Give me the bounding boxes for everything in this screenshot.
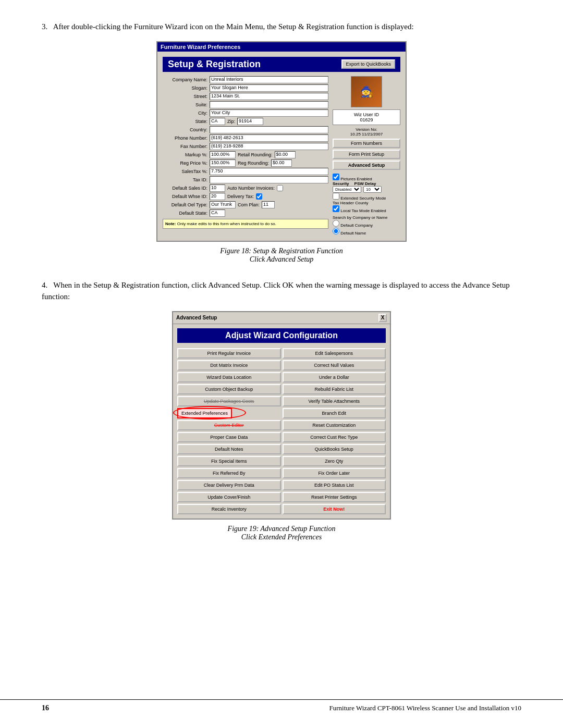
reg-rounding-label: Reg Rounding: [236, 161, 271, 166]
setup-form-left: Company Name: Unreal Interiors Slogan: Y… [163, 76, 328, 236]
suite-input[interactable] [210, 101, 328, 108]
rebuild-fabric-list-button[interactable]: Rebuild Fabric List [283, 384, 386, 394]
update-packages-costs-button[interactable]: Update Packages Costs [177, 396, 281, 406]
state-label: State: [163, 119, 210, 124]
clear-delivery-prm-data-button[interactable]: Clear Delivery Prm Data [177, 480, 281, 490]
custom-object-backup-button[interactable]: Custom Object Backup [177, 384, 281, 394]
security-dropdown[interactable]: Disabled [333, 186, 361, 193]
setup-window-titlebar: Furniture Wizard Preferences [157, 42, 406, 52]
correct-null-values-button[interactable]: Correct Null Values [283, 360, 386, 371]
quickbooks-setup-button[interactable]: QuickBooks Setup [283, 444, 386, 454]
correct-cust-rec-type-button[interactable]: Correct Cust Rec Type [283, 432, 386, 442]
print-regular-invoice-button[interactable]: Print Regular Invoice [177, 348, 281, 359]
default-whse-input[interactable]: 20 [210, 193, 225, 200]
step-4-text: 4. When in the Setup & Registration func… [42, 279, 521, 303]
figure-18-container: Furniture Wizard Preferences Setup & Reg… [42, 41, 521, 242]
proper-case-data-button[interactable]: Proper Case Data [177, 432, 281, 442]
edit-salespersons-button[interactable]: Edit Salespersons [283, 348, 386, 359]
retail-rounding-input[interactable]: $0.00 [275, 151, 296, 158]
wizard-data-location-button[interactable]: Wizard Data Location [177, 372, 281, 382]
com-plan-input[interactable]: 11 [262, 201, 275, 208]
company-name-input[interactable]: Unreal Interiors [210, 76, 328, 83]
step-3-number: 3. [42, 22, 47, 31]
zip-input[interactable]: 91914 [237, 118, 263, 125]
fax-input[interactable]: (619) 218-9288 [210, 143, 328, 150]
phone-input[interactable]: (619) 482-2613 [210, 134, 328, 142]
street-row: Street: 1234 Main St. [163, 93, 328, 100]
form-print-setup-button[interactable]: Form Print Setup [333, 150, 400, 159]
slogan-input[interactable]: Your Slogan Here [210, 84, 328, 92]
slogan-row: Slogan: Your Slogan Here [163, 84, 328, 92]
fix-order-later-button[interactable]: Fix Order Later [283, 468, 386, 478]
suite-row: Suite: [163, 101, 328, 108]
verify-table-attachments-button[interactable]: Verify Table Attachments [283, 396, 386, 406]
reg-rounding-input[interactable]: $0.00 [271, 159, 292, 167]
note-text: Only make edits to this form when instru… [177, 221, 276, 226]
custom-editor-button[interactable]: Custom Editor [177, 420, 281, 430]
city-row: City: Your City [163, 109, 328, 117]
reg-price-input[interactable]: 150.00% [210, 159, 236, 167]
default-notes-button[interactable]: Default Notes [177, 444, 281, 454]
figure-19-caption-line1: Figure 19: Advanced Setup Function [42, 525, 521, 533]
city-label: City: [163, 110, 210, 116]
reset-printer-settings-button[interactable]: Reset Printer Settings [283, 492, 386, 502]
version-value: 10.25 11/21/2007 [350, 132, 383, 137]
fix-referred-by-button[interactable]: Fix Referred By [177, 468, 281, 478]
advanced-buttons-grid: Print Regular Invoice Edit Salespersons … [177, 348, 386, 514]
export-quickbooks-button[interactable]: Export to QuickBooks [341, 59, 395, 69]
reset-customization-button[interactable]: Reset Customization [283, 420, 386, 430]
step-3-text: 3. After double-clicking the Furniture W… [42, 21, 521, 33]
tax-id-input[interactable] [210, 176, 328, 183]
default-oel-row: Default Oel Type: Our Trunk Com Plan: 11 [163, 201, 328, 208]
slogan-label: Slogan: [163, 85, 210, 91]
street-label: Street: [163, 94, 210, 99]
recalc-inventory-button[interactable]: Recalc Inventory [177, 504, 281, 514]
default-sales-input[interactable]: 10 [210, 184, 225, 192]
com-plan-label: Com Plan: [236, 202, 262, 207]
exit-now-button[interactable]: Exit Now! [283, 504, 386, 514]
note-label: Note: [165, 221, 176, 226]
local-tax-checkbox[interactable] [333, 205, 339, 212]
under-a-dollar-button[interactable]: Under a Dollar [283, 372, 386, 382]
delay-dropdown[interactable]: 10 [363, 186, 382, 193]
search-company-radio[interactable] [333, 220, 339, 227]
markup-input[interactable]: 100.00% [210, 151, 236, 158]
fax-label: Fax Number: [163, 144, 210, 149]
fix-special-items-button[interactable]: Fix Special Items [177, 456, 281, 466]
city-input[interactable]: Your City [210, 109, 328, 117]
extended-preferences-button[interactable]: Extended Preferences [177, 408, 232, 418]
page-number: 16 [42, 704, 49, 712]
step-3-body: After double-clicking the Furniture Wiza… [53, 22, 414, 31]
pictures-enabled-checkbox[interactable] [333, 174, 339, 180]
reg-price-label: Reg Price %: [163, 161, 210, 166]
advanced-window-title: Advanced Setup [176, 315, 217, 320]
form-numbers-button[interactable]: Form Numbers [333, 139, 400, 148]
close-button[interactable]: X [378, 314, 387, 322]
extended-security-checkbox[interactable] [333, 193, 339, 200]
step-4-number: 4. [42, 281, 47, 289]
street-input[interactable]: 1234 Main St. [210, 93, 328, 100]
advanced-window-body: Adjust Wizard Configuration Print Regula… [173, 324, 390, 519]
default-state-input[interactable]: CA [210, 209, 225, 217]
state-input[interactable]: CA [210, 118, 225, 125]
delivery-tax-checkbox[interactable] [256, 193, 262, 200]
country-input[interactable] [210, 126, 328, 133]
branch-edit-button[interactable]: Branch Edit [283, 408, 386, 418]
reg-price-row: Reg Price %: 150.00% Reg Rounding: $0.00 [163, 159, 328, 167]
wiz-user-id-box: Wiz User ID 01629 [333, 109, 400, 125]
sales-tax-input[interactable]: 7.750 [210, 168, 328, 175]
search-name-radio[interactable] [333, 228, 339, 235]
default-oel-input[interactable]: Our Trunk [210, 201, 236, 208]
zero-qty-button[interactable]: Zero Qty [283, 456, 386, 466]
dot-matrix-invoice-button[interactable]: Dot Matrix Invoice [177, 360, 281, 371]
note-box: Note: Only make edits to this form when … [163, 219, 328, 229]
auto-number-checkbox[interactable] [277, 185, 283, 191]
step-3-section: 3. After double-clicking the Furniture W… [42, 21, 521, 264]
delivery-tax-label: Delivery Tax: [225, 194, 256, 199]
zip-label: Zip: [225, 119, 237, 124]
edit-po-status-list-button[interactable]: Edit PO Status List [283, 480, 386, 490]
advanced-setup-button[interactable]: Advanced Setup [333, 161, 400, 170]
update-cover-finish-button[interactable]: Update Cover/Finish [177, 492, 281, 502]
advanced-setup-titlebar: Advanced Setup X [173, 312, 390, 324]
company-name-row: Company Name: Unreal Interiors [163, 76, 328, 83]
